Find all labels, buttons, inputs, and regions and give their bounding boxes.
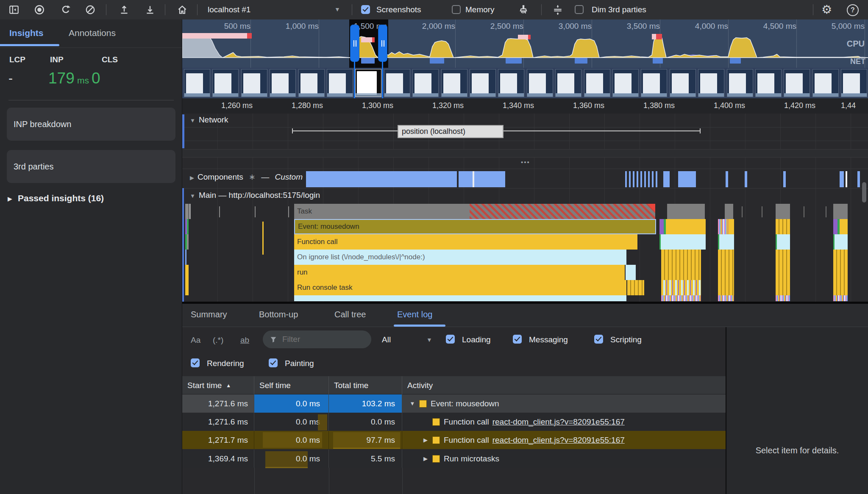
- dock-panel-icon[interactable]: [8, 4, 19, 15]
- components-measure-bar[interactable]: [840, 171, 844, 187]
- flame-mini[interactable]: [742, 206, 743, 217]
- flame-mini[interactable]: [288, 206, 289, 217]
- expand-icon[interactable]: ▶: [8, 195, 12, 202]
- regex-toggle[interactable]: (.*): [213, 336, 223, 345]
- painting-checkbox[interactable]: [269, 358, 278, 367]
- network-request[interactable]: position (localhost): [398, 125, 504, 138]
- flame-mini[interactable]: [185, 265, 189, 280]
- filmstrip-thumbnail[interactable]: [212, 69, 239, 97]
- filmstrip-thumbnail[interactable]: [612, 69, 639, 97]
- filmstrip-thumbnail[interactable]: [555, 69, 581, 97]
- type-filter-select[interactable]: All: [382, 335, 391, 344]
- record-icon[interactable]: [34, 4, 45, 15]
- table-row[interactable]: 1,271.6 ms 0.0 ms 103.2 ms ▼ Event: mous…: [182, 394, 726, 413]
- flame-cluster[interactable]: [776, 204, 790, 301]
- tab-summary[interactable]: Summary: [191, 310, 227, 319]
- components-track-header[interactable]: ▶Components ∗ — Custom: [190, 172, 303, 182]
- messaging-label[interactable]: Messaging: [529, 335, 568, 344]
- chevron-down-icon[interactable]: ▼: [334, 6, 340, 13]
- flame-mini[interactable]: [762, 206, 762, 217]
- source-link[interactable]: react-dom_client.js?v=82091e55:167: [492, 417, 625, 427]
- rendering-checkbox[interactable]: [191, 358, 200, 367]
- col-self-time[interactable]: Self time: [254, 376, 329, 394]
- components-measure-bar[interactable]: [726, 171, 728, 187]
- filmstrip-thumbnail[interactable]: [184, 69, 210, 97]
- dim-3rd-parties-checkbox[interactable]: [575, 5, 584, 14]
- table-row[interactable]: 1,369.4 ms 0.0 ms 5.5 ms ▶ Run microtask…: [182, 450, 726, 468]
- filmstrip-thumbnail[interactable]: [670, 69, 696, 97]
- dim-3rd-parties-label[interactable]: Dim 3rd parties: [592, 5, 646, 14]
- components-measure-bar[interactable]: [678, 171, 696, 187]
- download-profile-icon[interactable]: [145, 4, 156, 15]
- filter-box[interactable]: [263, 330, 371, 348]
- filmstrip-thumbnail[interactable]: [355, 69, 381, 97]
- insight-card-3rd-parties[interactable]: 3rd parties: [7, 150, 175, 183]
- filmstrip-thumbnail[interactable]: [384, 69, 410, 97]
- flame-function-call[interactable]: Function call: [294, 234, 637, 250]
- flame-small-bar[interactable]: [626, 265, 636, 280]
- flame-mini[interactable]: [189, 204, 191, 219]
- filmstrip-thumbnail[interactable]: [584, 69, 610, 97]
- loading-checkbox[interactable]: [446, 335, 455, 344]
- flame-mini[interactable]: [185, 204, 189, 219]
- flame-mini[interactable]: [187, 234, 189, 250]
- flame-run-console-task[interactable]: Run console task: [294, 280, 626, 295]
- match-case-toggle[interactable]: Aa: [191, 336, 200, 345]
- filmstrip-thumbnail[interactable]: [298, 69, 325, 97]
- col-start-time[interactable]: Start time▲: [182, 376, 254, 394]
- flame-mini[interactable]: [185, 280, 189, 295]
- flame-mini[interactable]: [262, 222, 264, 255]
- tab-insights[interactable]: Insights: [9, 28, 44, 38]
- collapse-triangle-icon[interactable]: ▼: [190, 117, 195, 124]
- tab-bottom-up[interactable]: Bottom-up: [259, 310, 298, 319]
- flame-cluster[interactable]: [718, 204, 734, 301]
- insight-card-inp-breakdown[interactable]: INP breakdown: [7, 108, 175, 141]
- col-activity[interactable]: Activity: [402, 376, 726, 394]
- session-selector[interactable]: localhost #1: [208, 5, 250, 14]
- overflow-dots[interactable]: •••: [517, 158, 534, 166]
- gear-icon[interactable]: ⚙: [821, 3, 832, 14]
- flame-cluster[interactable]: [833, 204, 848, 301]
- flame-mini[interactable]: [804, 206, 804, 217]
- flame-run[interactable]: run: [294, 265, 625, 280]
- scrollbar-thumb[interactable]: [862, 182, 866, 203]
- flame-mini[interactable]: [255, 206, 256, 217]
- components-measure-bar[interactable]: [663, 171, 670, 187]
- components-measure-bar[interactable]: [783, 171, 786, 187]
- components-measure-bar[interactable]: [745, 171, 747, 187]
- filter-input[interactable]: [281, 334, 355, 344]
- filmstrip-thumbnail[interactable]: [641, 69, 667, 97]
- table-row[interactable]: 1,271.6 ms 0.0 ms 0.0 ms Function call r…: [182, 413, 726, 431]
- upload-profile-icon[interactable]: [119, 4, 130, 15]
- col-total-time[interactable]: Total time: [329, 376, 402, 394]
- flame-cluster[interactable]: [659, 204, 706, 301]
- filmstrip-thumbnail[interactable]: [698, 69, 724, 97]
- flame-partial-row[interactable]: [294, 295, 626, 301]
- painting-label[interactable]: Painting: [285, 359, 314, 368]
- network-track-header[interactable]: ▼Network: [190, 115, 228, 125]
- home-icon[interactable]: [177, 4, 188, 15]
- messaging-checkbox[interactable]: [513, 335, 522, 344]
- expander-icon[interactable]: ▶: [421, 437, 430, 443]
- filmstrip-thumbnail[interactable]: [241, 69, 267, 97]
- screenshots-label[interactable]: Screenshots: [376, 5, 421, 14]
- components-stripe-cluster[interactable]: [625, 171, 659, 187]
- flame-on-ignore-list[interactable]: On ignore list (\/node_modules\/|^node:): [294, 250, 626, 265]
- source-link[interactable]: react-dom_client.js?v=82091e55:167: [492, 436, 625, 445]
- filmstrip[interactable]: [182, 68, 868, 98]
- filmstrip-thumbnail[interactable]: [498, 69, 524, 97]
- table-row[interactable]: 1,271.7 ms 0.0 ms 97.7 ms ▶ Function cal…: [182, 431, 726, 449]
- flame-event-mousedown[interactable]: Event: mousedown: [294, 219, 656, 234]
- timeline-overview[interactable]: [182, 19, 868, 68]
- capture-settings-icon[interactable]: [552, 4, 563, 15]
- rendering-label[interactable]: Rendering: [207, 359, 244, 368]
- flame-mini[interactable]: [187, 219, 189, 234]
- filmstrip-thumbnail[interactable]: [270, 69, 296, 97]
- clear-icon[interactable]: [85, 4, 96, 15]
- garbage-collect-icon[interactable]: [518, 4, 529, 15]
- scripting-label[interactable]: Scripting: [610, 335, 642, 344]
- selection-handle-right[interactable]: [378, 25, 387, 62]
- flame-small-bar[interactable]: [627, 280, 644, 295]
- filmstrip-thumbnail[interactable]: [755, 69, 782, 97]
- flame-mini[interactable]: [219, 206, 220, 217]
